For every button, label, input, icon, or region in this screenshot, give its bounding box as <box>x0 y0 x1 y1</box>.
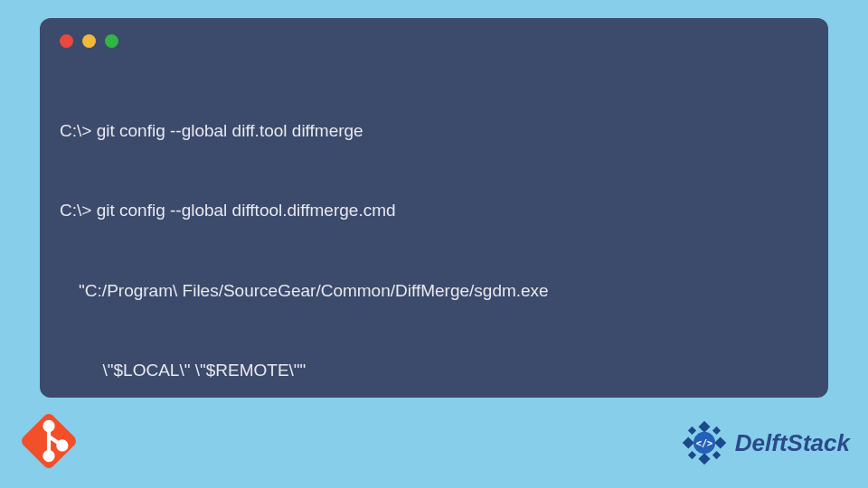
git-icon <box>14 407 83 475</box>
minimize-icon[interactable] <box>82 34 96 48</box>
delftstack-icon: </> <box>679 418 730 468</box>
brand-logo: </> DelftStack <box>679 418 850 468</box>
code-line: C:\> git config --global difftool.diffme… <box>60 197 808 223</box>
svg-text:</>: </> <box>696 437 713 448</box>
close-icon[interactable] <box>60 34 73 48</box>
svg-point-4 <box>44 452 52 460</box>
code-line: "C:/Program\ Files/SourceGear/Common/Dif… <box>60 277 808 304</box>
svg-point-3 <box>44 422 52 430</box>
terminal-window: C:\> git config --global diff.tool diffm… <box>40 18 828 398</box>
maximize-icon[interactable] <box>105 34 118 48</box>
brand-name: DelftStack <box>735 429 850 457</box>
code-line: \"$LOCAL\" \"$REMOTE\"" <box>60 357 808 383</box>
window-controls <box>60 34 808 48</box>
svg-point-5 <box>58 441 66 449</box>
code-line: C:\> git config --global diff.tool diffm… <box>60 117 808 144</box>
